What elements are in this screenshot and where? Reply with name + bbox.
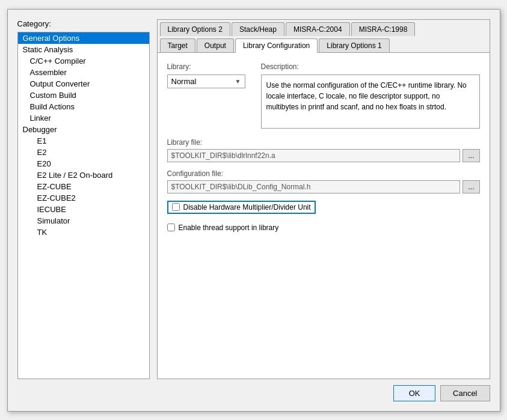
tree-item-cc-compiler[interactable]: C/C++ Compiler: [18, 55, 149, 67]
tree-item-e2-lite--e2-on-board[interactable]: E2 Lite / E2 On-board: [18, 169, 149, 181]
checkbox-thread-support-row: Enable thread support in library: [167, 224, 480, 232]
tree-view: General OptionsStatic AnalysisC/C++ Comp…: [17, 32, 150, 379]
config-file-label: Configuration file:: [167, 169, 480, 178]
tree-item-build-actions[interactable]: Build Actions: [18, 101, 149, 112]
tree-item-debugger[interactable]: Debugger: [18, 124, 149, 135]
cancel-button[interactable]: Cancel: [440, 385, 490, 401]
library-file-input: $TOOLKIT_DIR$\lib\dlrlnnf22n.a: [167, 149, 461, 162]
tree-item-ez-cube2[interactable]: EZ-CUBE2: [18, 192, 149, 204]
tree-item-output-converter[interactable]: Output Converter: [18, 78, 149, 90]
library-file-browse-btn[interactable]: ...: [462, 149, 479, 162]
tree-item-e20[interactable]: E20: [18, 158, 149, 169]
tree-item-simulator[interactable]: Simulator: [18, 215, 149, 227]
tab-library-options-2[interactable]: Library Options 2: [160, 22, 230, 36]
category-label: Category:: [17, 19, 150, 28]
tree-item-static-analysis[interactable]: Static Analysis: [18, 44, 149, 55]
right-panel: Library Options 2 Stack/Heap MISRA-C:200…: [157, 19, 490, 379]
main-dialog: Category: General OptionsStatic Analysis…: [7, 9, 500, 412]
tab-library-options-1[interactable]: Library Options 1: [319, 38, 389, 52]
library-description-row: Library: Normal ▼ Description: Use the n…: [167, 62, 480, 129]
tree-item-iecube[interactable]: IECUBE: [18, 204, 149, 215]
library-file-label: Library file:: [167, 138, 480, 147]
tree-item-e1[interactable]: E1: [18, 135, 149, 147]
library-dropdown[interactable]: Normal ▼: [167, 75, 245, 88]
tab-target[interactable]: Target: [160, 38, 195, 52]
ok-button[interactable]: OK: [393, 385, 435, 401]
description-section: Description: Use the normal configuratio…: [261, 62, 480, 129]
tree-item-linker[interactable]: Linker: [18, 112, 149, 124]
tab-misra-c-1998[interactable]: MISRA-C:1998: [351, 22, 416, 36]
checkbox-thread-support[interactable]: [167, 224, 175, 231]
config-file-input-row: $TOOLKIT_DIR$\lib\DLib_Config_Normal.h .…: [167, 180, 480, 193]
tab-stack-heap[interactable]: Stack/Heap: [232, 22, 284, 36]
dialog-body: Category: General OptionsStatic Analysis…: [17, 19, 490, 379]
checkbox-thread-support-label: Enable thread support in library: [179, 224, 279, 232]
tree-item-assembler[interactable]: Assembler: [18, 67, 149, 78]
description-label: Description:: [261, 62, 480, 71]
checkbox-hw-multiplier-label: Disable Hardware Multiplier/Divider Unit: [183, 203, 311, 212]
tab-output[interactable]: Output: [197, 38, 234, 52]
tab-bar: Library Options 2 Stack/Heap MISRA-C:200…: [158, 20, 490, 53]
tree-item-tk[interactable]: TK: [18, 227, 149, 238]
tree-item-general-options[interactable]: General Options: [18, 32, 149, 44]
library-file-input-row: $TOOLKIT_DIR$\lib\dlrlnnf22n.a ...: [167, 149, 480, 162]
tree-item-custom-build[interactable]: Custom Build: [18, 90, 149, 101]
config-file-browse-btn[interactable]: ...: [462, 180, 479, 193]
checkbox-hw-multiplier[interactable]: [172, 203, 180, 211]
checkbox-hw-multiplier-row: Disable Hardware Multiplier/Divider Unit: [167, 201, 316, 214]
left-panel: Category: General OptionsStatic Analysis…: [17, 19, 150, 379]
config-file-row: Configuration file: $TOOLKIT_DIR$\lib\DL…: [167, 169, 480, 193]
library-dropdown-value: Normal: [171, 77, 197, 86]
tab-misra-c-2004[interactable]: MISRA-C:2004: [286, 22, 350, 36]
tree-item-e2[interactable]: E2: [18, 147, 149, 158]
config-file-input: $TOOLKIT_DIR$\lib\DLib_Config_Normal.h: [167, 180, 461, 193]
library-file-row: Library file: $TOOLKIT_DIR$\lib\dlrlnnf2…: [167, 138, 480, 162]
library-section: Library: Normal ▼: [167, 62, 251, 129]
description-text: Use the normal configuration of the C/EC…: [261, 75, 480, 129]
library-label: Library:: [167, 62, 251, 71]
tree-item-ez-cube[interactable]: EZ-CUBE: [18, 181, 149, 192]
tab-content: Library: Normal ▼ Description: Use the n…: [158, 53, 490, 379]
dialog-footer: OK Cancel: [17, 379, 490, 401]
dropdown-arrow-icon: ▼: [235, 78, 241, 85]
tab-library-configuration[interactable]: Library Configuration: [235, 38, 318, 53]
